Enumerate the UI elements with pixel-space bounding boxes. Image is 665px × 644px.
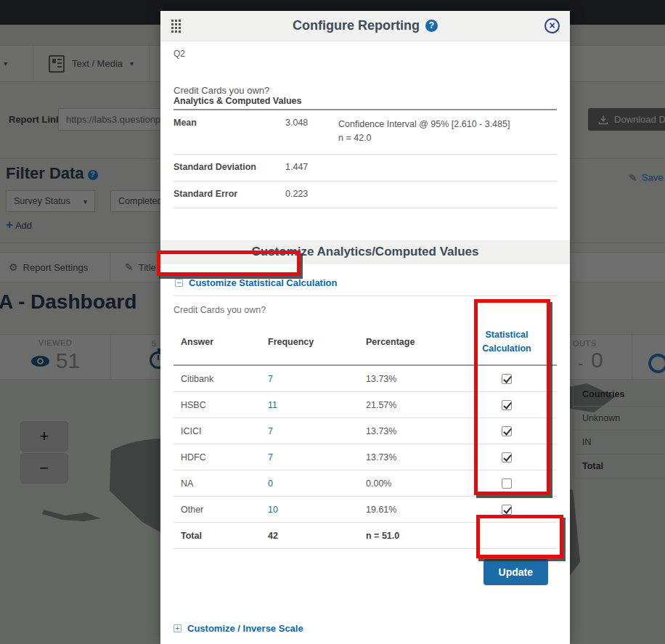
frequency-link[interactable]: 10: [268, 505, 366, 515]
stat-calc-link-label: Customize Statistical Calculation: [189, 277, 337, 288]
frequency-link[interactable]: 11: [268, 400, 366, 410]
total-label: Total: [174, 531, 268, 541]
highlight-stat-calc-column: [474, 299, 550, 495]
percentage-cell: 19.61%: [366, 505, 457, 515]
update-button[interactable]: Update: [484, 559, 548, 585]
analytics-label: Mean: [174, 118, 285, 145]
percentage-cell: 13.73%: [366, 426, 457, 436]
analytics-value: 3.048: [285, 118, 327, 145]
customize-stat-calc-link[interactable]: − Customize Statistical Calculation: [174, 276, 557, 296]
answer-cell: Other: [174, 505, 268, 515]
answer-cell: Citibank: [174, 374, 268, 384]
modal-title: Configure Reporting: [293, 18, 420, 33]
collapse-icon: −: [175, 279, 183, 287]
total-n: n = 51.0: [366, 531, 457, 541]
percentage-cell: 13.73%: [366, 374, 457, 384]
frequency-link[interactable]: 7: [268, 452, 366, 462]
analytics-row: Mean 3.048 Confidence Interval @ 95% [2.…: [174, 110, 557, 155]
help-icon[interactable]: ?: [425, 20, 438, 32]
link-label: Customize / Inverse Scale: [187, 623, 303, 634]
analytics-extra: Confidence Interval @ 95% [2.610 - 3.485…: [327, 118, 557, 145]
sample-size: n = 42.0: [338, 131, 557, 145]
expand-icon: +: [174, 624, 181, 632]
customize-inverse-scale-link[interactable]: + Customize / Inverse Scale: [174, 623, 557, 634]
frequency-link[interactable]: 7: [268, 426, 366, 436]
percentage-cell: 0.00%: [366, 478, 457, 489]
question-text: Credit Cards you own?: [174, 85, 557, 96]
analytics-value: 0.223: [285, 189, 327, 199]
total-frequency: 42: [268, 531, 366, 541]
frequency-link[interactable]: 7: [268, 374, 366, 384]
question-code: Q2: [174, 49, 557, 59]
highlight-stat-calc-link: [157, 250, 301, 276]
frequency-link[interactable]: 0: [268, 478, 366, 489]
col-answer: Answer: [174, 337, 268, 347]
analytics-heading: Analytics & Computed Values: [174, 96, 557, 110]
answer-cell: NA: [174, 478, 268, 489]
highlight-update-button: [476, 515, 563, 558]
col-percentage: Percentage: [366, 337, 457, 347]
analytics-label: Standard Deviation: [174, 162, 285, 172]
answer-cell: HDFC: [174, 452, 268, 462]
analytics-row: Standard Error 0.223: [174, 182, 557, 208]
percentage-cell: 21.57%: [366, 400, 457, 410]
answer-cell: HSBC: [174, 400, 268, 410]
modal-header: Configure Reporting ? ×: [160, 11, 570, 41]
answer-cell: ICICI: [174, 426, 268, 436]
analytics-row: Standard Deviation 1.447: [174, 155, 557, 182]
confidence-interval: Confidence Interval @ 95% [2.610 - 3.485…: [338, 118, 557, 131]
percentage-cell: 13.73%: [366, 452, 457, 462]
stat-calc-checkbox[interactable]: [502, 505, 512, 515]
analytics-label: Standard Error: [174, 189, 285, 199]
col-frequency: Frequency: [268, 337, 366, 347]
analytics-value: 1.447: [285, 162, 327, 172]
